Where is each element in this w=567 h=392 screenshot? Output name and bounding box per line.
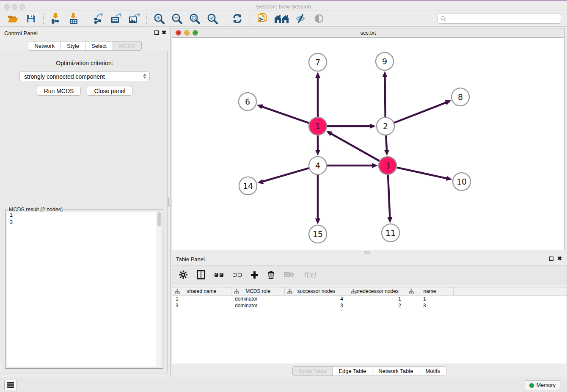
- graph-edge-3-11[interactable]: [388, 175, 390, 218]
- trash-icon[interactable]: [267, 268, 275, 281]
- criterion-select[interactable]: strongly connected component: [19, 72, 150, 81]
- select-all-icon[interactable]: [215, 268, 223, 281]
- cell-predecessor-nodes[interactable]: 1: [348, 295, 406, 302]
- result-scrollbar[interactable]: [157, 212, 161, 367]
- memory-label: Memory: [537, 382, 556, 388]
- zoom-in-icon[interactable]: [152, 12, 166, 25]
- delete-table-icon[interactable]: [284, 268, 294, 281]
- search-field[interactable]: [438, 14, 561, 24]
- open-session-icon[interactable]: [6, 12, 20, 25]
- zoom-out-icon[interactable]: [170, 12, 184, 25]
- gear-icon[interactable]: [179, 268, 187, 281]
- column-header-predecessor-nodes[interactable]: predecessor nodes: [348, 287, 406, 295]
- cell-shared-name[interactable]: 3: [172, 302, 231, 309]
- search-input[interactable]: [446, 16, 561, 22]
- add-icon[interactable]: [251, 268, 258, 281]
- column-header-name[interactable]: name: [406, 287, 454, 295]
- cell-successor-nodes[interactable]: 3: [285, 302, 348, 309]
- graph-node-1[interactable]: 1: [309, 117, 327, 135]
- graph-edge-4-14[interactable]: [263, 168, 309, 182]
- network-window-titlebar[interactable]: ✕ − + scc.txt: [172, 28, 564, 38]
- tab-network-table[interactable]: Network Table: [372, 366, 419, 376]
- control-panel-tabs: NetworkStyleSelectMCDS: [0, 41, 170, 51]
- memory-status-icon: [529, 383, 534, 388]
- graph-node-10[interactable]: 10: [453, 173, 471, 190]
- float-panel-icon[interactable]: [154, 30, 159, 35]
- first-neighbors-icon[interactable]: [273, 12, 290, 25]
- control-panel-title: Control Panel: [4, 30, 38, 36]
- close-panel-icon[interactable]: ✖: [162, 29, 166, 36]
- graph-edge-2-3[interactable]: [386, 135, 387, 150]
- graph-node-2[interactable]: 2: [377, 117, 394, 135]
- table-toolbar: f(x): [172, 265, 567, 284]
- cell-MCDS-role[interactable]: dominator: [231, 302, 285, 309]
- graph-node-9[interactable]: 9: [376, 52, 394, 70]
- columns-icon[interactable]: [197, 268, 205, 281]
- graph-node-3[interactable]: 3: [379, 157, 396, 174]
- graph-edge-2-8[interactable]: [394, 102, 446, 123]
- column-header-successor-nodes[interactable]: successor nodes: [285, 287, 348, 295]
- float-table-panel-icon[interactable]: [549, 257, 553, 261]
- close-table-panel-icon[interactable]: ✖: [557, 255, 562, 262]
- svg-text:3: 3: [385, 161, 390, 170]
- tab-network[interactable]: Network: [28, 41, 61, 51]
- column-header-shared-name[interactable]: shared name: [172, 287, 231, 295]
- svg-text:1: 1: [315, 121, 320, 131]
- duplicate-network-icon[interactable]: [256, 12, 269, 25]
- graph-node-6[interactable]: 6: [239, 93, 256, 110]
- import-table-icon[interactable]: [67, 12, 80, 25]
- control-panel: Control Panel ✖ NetworkStyleSelectMCDS O…: [0, 27, 170, 377]
- table-row[interactable]: 1dominator411: [172, 295, 567, 302]
- cell-name[interactable]: 3: [406, 302, 454, 309]
- tab-motifs[interactable]: Motifs: [419, 366, 446, 376]
- graph-node-7[interactable]: 7: [309, 53, 327, 71]
- deselect-all-icon[interactable]: [233, 268, 242, 281]
- network-canvas[interactable]: 7968124314101511: [172, 38, 564, 250]
- export-network-icon[interactable]: [92, 12, 105, 25]
- graph-node-15[interactable]: 15: [309, 225, 327, 243]
- run-mcds-button[interactable]: Run MCDS: [37, 86, 81, 96]
- graph-node-14[interactable]: 14: [239, 177, 257, 195]
- memory-button[interactable]: Memory: [525, 380, 560, 390]
- optimization-criterion-label: Optimization criterion:: [2, 60, 167, 66]
- show-all-icon[interactable]: [312, 12, 326, 25]
- mcds-result-textarea[interactable]: 13: [7, 212, 161, 367]
- cell-shared-name[interactable]: 1: [172, 295, 231, 302]
- tab-mcds[interactable]: MCDS: [113, 41, 141, 51]
- tab-edge-table[interactable]: Edge Table: [333, 366, 372, 376]
- save-session-icon[interactable]: [24, 12, 38, 25]
- network-title: scc.txt: [172, 30, 564, 36]
- refresh-layout-icon[interactable]: [231, 12, 244, 25]
- shared-column-icon: [234, 289, 239, 294]
- tab-node-table[interactable]: Node Table: [292, 366, 333, 376]
- task-history-icon[interactable]: [4, 380, 17, 390]
- graph-edge-2-9[interactable]: [385, 77, 385, 117]
- export-table-icon[interactable]: [110, 12, 123, 25]
- graph-edge-3-10[interactable]: [396, 168, 446, 179]
- graph-node-11[interactable]: 11: [382, 224, 399, 242]
- search-icon: [440, 16, 446, 22]
- close-panel-button[interactable]: Close panel: [87, 86, 132, 96]
- export-image-icon[interactable]: [127, 12, 141, 25]
- toolbar-separator: [86, 13, 86, 25]
- column-header-MCDS-role[interactable]: MCDS role: [231, 287, 285, 295]
- cell-name[interactable]: 1: [406, 295, 454, 302]
- tab-select[interactable]: Select: [85, 41, 113, 51]
- cell-MCDS-role[interactable]: dominator: [231, 295, 285, 302]
- import-network-icon[interactable]: [49, 12, 63, 25]
- column-header-filler: [454, 287, 567, 295]
- cell-successor-nodes[interactable]: 4: [285, 295, 348, 302]
- svg-text:2: 2: [383, 121, 388, 131]
- graph-edge-1-6[interactable]: [262, 107, 309, 123]
- hide-selected-icon[interactable]: [295, 12, 308, 25]
- cell-predecessor-nodes[interactable]: 2: [348, 302, 406, 309]
- zoom-selected-icon[interactable]: [206, 12, 219, 25]
- function-icon[interactable]: f(x): [303, 268, 316, 281]
- zoom-fit-icon[interactable]: [188, 12, 201, 25]
- tab-style[interactable]: Style: [61, 41, 85, 51]
- chevron-up-down-icon: [143, 74, 146, 79]
- graph-node-4[interactable]: 4: [309, 157, 327, 174]
- table-row[interactable]: 3dominator323: [172, 302, 567, 309]
- graph-node-8[interactable]: 8: [451, 88, 469, 106]
- graph-edge-3-1[interactable]: [331, 134, 379, 161]
